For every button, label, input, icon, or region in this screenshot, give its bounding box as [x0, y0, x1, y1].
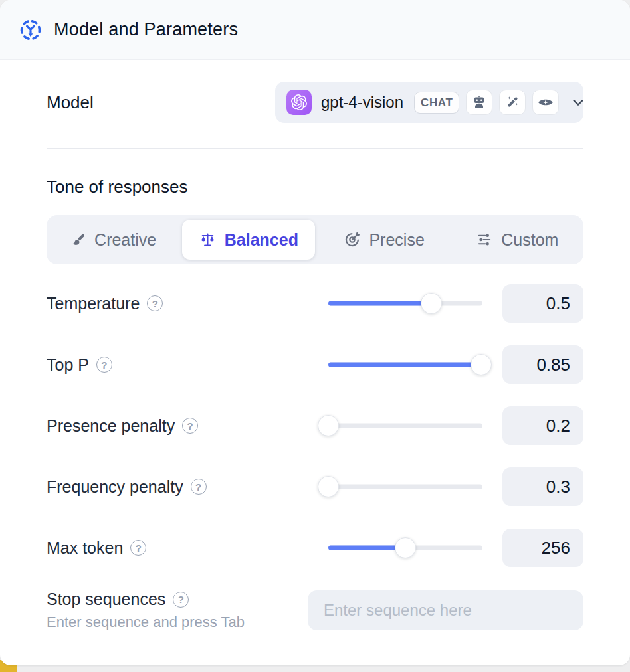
- question-icon[interactable]: ?: [147, 295, 163, 311]
- max-token-slider[interactable]: [328, 537, 482, 559]
- top-p-slider[interactable]: [328, 353, 482, 376]
- tone-option-label: Custom: [501, 230, 558, 250]
- slider-fill: [328, 363, 481, 367]
- question-icon[interactable]: ?: [182, 418, 198, 434]
- magic-wand-icon: [499, 90, 526, 115]
- tone-option-precise[interactable]: Precise: [318, 215, 451, 264]
- tone-segmented-control: Creative Balanced: [47, 215, 583, 264]
- question-icon[interactable]: ?: [191, 479, 207, 495]
- max-token-value[interactable]: 256: [502, 529, 583, 567]
- model-type-badge: CHAT: [414, 92, 459, 114]
- sliders-icon: [476, 231, 493, 248]
- slider-thumb[interactable]: [421, 293, 442, 314]
- question-icon[interactable]: ?: [173, 592, 189, 608]
- slider-fill: [328, 546, 405, 550]
- slider-thumb[interactable]: [318, 415, 339, 436]
- tone-section-title: Tone of responses: [47, 177, 583, 197]
- param-label: Temperature: [47, 294, 140, 313]
- model-row: Model gpt-4-vision CHAT: [47, 82, 583, 123]
- frequency-penalty-value[interactable]: 0.3: [502, 467, 583, 506]
- param-row-presence-penalty: Presence penalty ? 0.2: [47, 406, 583, 445]
- stop-sequence-input[interactable]: [308, 590, 583, 630]
- top-p-value[interactable]: 0.85: [502, 345, 583, 384]
- param-row-frequency-penalty: Frequency penalty ? 0.3: [47, 467, 583, 506]
- section-divider: [47, 148, 583, 149]
- tone-option-creative[interactable]: Creative: [47, 215, 179, 264]
- param-row-top-p: Top P ? 0.85: [47, 345, 583, 384]
- slider-track: [328, 424, 482, 428]
- question-icon[interactable]: ?: [130, 540, 146, 556]
- presence-penalty-value[interactable]: 0.2: [502, 406, 583, 445]
- model-select-dropdown[interactable]: gpt-4-vision CHAT: [275, 82, 583, 123]
- slider-thumb[interactable]: [471, 354, 492, 375]
- tone-option-label: Precise: [369, 230, 424, 250]
- question-icon[interactable]: ?: [96, 357, 112, 373]
- tone-option-balanced[interactable]: Balanced: [182, 220, 314, 260]
- tone-option-label: Creative: [94, 230, 156, 250]
- param-label: Presence penalty: [47, 416, 175, 436]
- page-title: Model and Parameters: [54, 19, 238, 40]
- openai-logo: [286, 90, 312, 115]
- panel-header: Model and Parameters: [0, 0, 630, 60]
- target-icon: [344, 231, 361, 248]
- tone-option-custom[interactable]: Custom: [451, 215, 583, 264]
- param-label: Top P: [47, 355, 89, 375]
- stop-sequences-hint: Enter sequence and press Tab: [47, 614, 308, 631]
- param-row-temperature: Temperature ? 0.5: [47, 284, 583, 323]
- stop-sequences-label: Stop sequences: [47, 590, 165, 609]
- temperature-value[interactable]: 0.5: [502, 284, 583, 323]
- param-label: Max token: [47, 539, 123, 558]
- frequency-penalty-slider[interactable]: [328, 475, 482, 498]
- balance-scale-icon: [199, 231, 217, 249]
- slider-thumb[interactable]: [318, 476, 339, 497]
- robot-icon: [466, 90, 492, 115]
- param-label: Frequency penalty: [47, 477, 183, 497]
- vision-eye-icon: [532, 90, 559, 115]
- model-label: Model: [47, 92, 94, 113]
- presence-penalty-slider[interactable]: [328, 414, 482, 437]
- slider-fill: [328, 301, 431, 306]
- stop-sequences-row: Stop sequences ? Enter sequence and pres…: [47, 590, 583, 631]
- chevron-down-icon: [571, 95, 585, 110]
- slider-track: [328, 485, 482, 489]
- slider-thumb[interactable]: [395, 537, 416, 558]
- temperature-slider[interactable]: [328, 292, 482, 315]
- selected-model-name: gpt-4-vision: [321, 93, 403, 112]
- param-row-max-token: Max token ? 256: [47, 529, 583, 567]
- paintbrush-icon: [69, 231, 86, 248]
- tone-option-label: Balanced: [225, 230, 298, 250]
- model-icon: [19, 18, 43, 42]
- model-parameters-panel: Model and Parameters Model gpt-4-vision …: [0, 0, 630, 665]
